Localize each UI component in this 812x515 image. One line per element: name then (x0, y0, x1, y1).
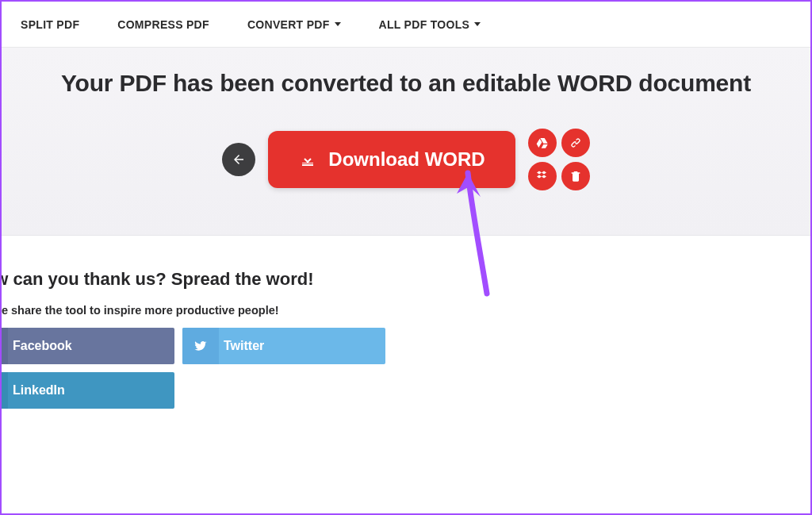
link-icon (569, 136, 582, 149)
nav-convert-pdf[interactable]: CONVERT PDF (247, 18, 341, 31)
nav-label: SPLIT PDF (21, 18, 79, 31)
share-twitter-button[interactable]: Twitter (182, 328, 385, 364)
top-nav: SPLIT PDF COMPRESS PDF CONVERT PDF ALL P… (2, 2, 810, 48)
delete-button[interactable] (561, 162, 590, 190)
download-label: Download WORD (328, 148, 485, 171)
facebook-icon (0, 328, 8, 364)
action-row: Download WORD (2, 129, 810, 190)
trash-icon (569, 170, 582, 183)
save-to-dropbox-button[interactable] (528, 162, 557, 190)
linkedin-icon (0, 372, 8, 409)
share-label: Twitter (219, 339, 264, 353)
google-drive-icon (536, 136, 549, 149)
share-row-2: LinkedIn (0, 372, 810, 409)
hero-section: Your PDF has been converted to an editab… (2, 48, 810, 236)
share-section: How can you thank us? Spread the word! P… (0, 236, 810, 409)
nav-all-pdf-tools[interactable]: ALL PDF TOOLS (379, 18, 481, 31)
share-label: LinkedIn (8, 383, 65, 398)
nav-split-pdf[interactable]: SPLIT PDF (21, 18, 79, 31)
nav-label: CONVERT PDF (247, 18, 330, 31)
back-button[interactable] (222, 143, 255, 176)
share-row-1: Facebook Twitter (0, 328, 810, 364)
twitter-icon (182, 328, 219, 364)
page-title: Your PDF has been converted to an editab… (2, 70, 810, 97)
save-to-drive-button[interactable] (528, 129, 557, 157)
share-heading: How can you thank us? Spread the word! (0, 269, 810, 290)
chevron-down-icon (474, 22, 481, 26)
share-subheading: Please share the tool to inspire more pr… (0, 304, 810, 317)
chevron-down-icon (335, 22, 341, 26)
dropbox-icon (536, 170, 549, 183)
share-label: Facebook (8, 339, 72, 353)
download-icon (298, 150, 317, 169)
nav-label: ALL PDF TOOLS (379, 18, 470, 31)
share-link-button[interactable] (561, 129, 590, 157)
secondary-actions (528, 129, 590, 190)
share-linkedin-button[interactable]: LinkedIn (0, 372, 174, 409)
nav-compress-pdf[interactable]: COMPRESS PDF (117, 18, 209, 31)
download-word-button[interactable]: Download WORD (268, 131, 515, 188)
share-facebook-button[interactable]: Facebook (0, 328, 174, 364)
nav-label: COMPRESS PDF (117, 18, 209, 31)
arrow-left-icon (232, 152, 246, 167)
